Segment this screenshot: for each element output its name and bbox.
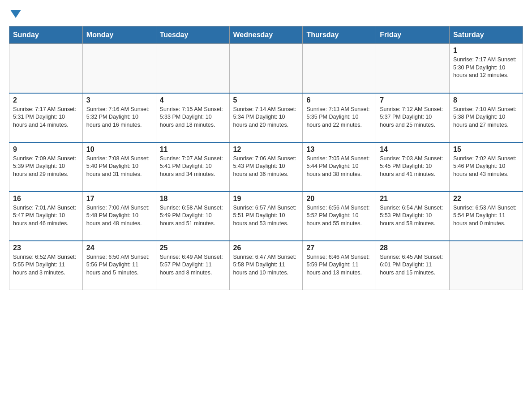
day-info: Sunrise: 6:47 AM Sunset: 5:58 PM Dayligh… [233, 253, 299, 277]
calendar-day-cell [229, 44, 303, 93]
weekday-header-sunday: Sunday [9, 26, 83, 44]
day-number: 18 [160, 195, 226, 203]
day-info: Sunrise: 6:49 AM Sunset: 5:57 PM Dayligh… [160, 253, 226, 277]
day-number: 14 [380, 146, 446, 154]
calendar-day-cell [303, 44, 376, 93]
calendar-day-cell: 12Sunrise: 7:06 AM Sunset: 5:43 PM Dayli… [229, 142, 303, 192]
calendar-day-cell: 8Sunrise: 7:10 AM Sunset: 5:38 PM Daylig… [450, 93, 523, 142]
day-number: 7 [380, 96, 446, 104]
calendar-week-row: 1Sunrise: 7:17 AM Sunset: 5:30 PM Daylig… [9, 44, 523, 93]
day-number: 6 [306, 96, 372, 104]
calendar-day-cell: 13Sunrise: 7:05 AM Sunset: 5:44 PM Dayli… [303, 142, 376, 192]
day-number: 17 [86, 195, 152, 203]
day-number: 11 [160, 146, 226, 154]
day-info: Sunrise: 7:12 AM Sunset: 5:37 PM Dayligh… [380, 106, 446, 129]
day-info: Sunrise: 6:52 AM Sunset: 5:55 PM Dayligh… [13, 253, 79, 277]
day-info: Sunrise: 6:46 AM Sunset: 5:59 PM Dayligh… [306, 253, 372, 277]
calendar-day-cell: 25Sunrise: 6:49 AM Sunset: 5:57 PM Dayli… [156, 241, 229, 290]
day-number: 3 [86, 96, 152, 104]
calendar-week-row: 2Sunrise: 7:17 AM Sunset: 5:31 PM Daylig… [9, 93, 523, 142]
day-number: 21 [380, 195, 446, 203]
day-number: 19 [233, 195, 299, 203]
day-info: Sunrise: 7:10 AM Sunset: 5:38 PM Dayligh… [453, 106, 519, 129]
day-info: Sunrise: 7:05 AM Sunset: 5:44 PM Dayligh… [306, 155, 372, 179]
calendar-day-cell: 15Sunrise: 7:02 AM Sunset: 5:46 PM Dayli… [450, 142, 523, 192]
day-number: 1 [453, 47, 519, 55]
day-info: Sunrise: 7:13 AM Sunset: 5:35 PM Dayligh… [306, 106, 372, 129]
calendar-day-cell: 6Sunrise: 7:13 AM Sunset: 5:35 PM Daylig… [303, 93, 376, 142]
calendar-day-cell: 20Sunrise: 6:56 AM Sunset: 5:52 PM Dayli… [303, 192, 376, 241]
day-number: 13 [306, 146, 372, 154]
calendar-day-cell: 26Sunrise: 6:47 AM Sunset: 5:58 PM Dayli… [229, 241, 303, 290]
day-number: 27 [306, 244, 372, 252]
day-number: 28 [380, 244, 446, 252]
calendar-day-cell: 19Sunrise: 6:57 AM Sunset: 5:51 PM Dayli… [229, 192, 303, 241]
calendar-day-cell: 28Sunrise: 6:45 AM Sunset: 6:01 PM Dayli… [376, 241, 450, 290]
day-number: 12 [233, 146, 299, 154]
calendar-day-cell: 23Sunrise: 6:52 AM Sunset: 5:55 PM Dayli… [9, 241, 83, 290]
calendar-day-cell [450, 241, 523, 290]
day-number: 10 [86, 146, 152, 154]
calendar-day-cell: 22Sunrise: 6:53 AM Sunset: 5:54 PM Dayli… [450, 192, 523, 241]
calendar-day-cell [82, 44, 156, 93]
day-info: Sunrise: 6:54 AM Sunset: 5:53 PM Dayligh… [380, 204, 446, 228]
weekday-header-row: SundayMondayTuesdayWednesdayThursdayFrid… [9, 26, 523, 44]
day-number: 5 [233, 96, 299, 104]
day-number: 9 [13, 146, 79, 154]
day-number: 26 [233, 244, 299, 252]
weekday-header-thursday: Thursday [303, 26, 376, 44]
day-number: 8 [453, 96, 519, 104]
day-info: Sunrise: 7:03 AM Sunset: 5:45 PM Dayligh… [380, 155, 446, 179]
logo [9, 9, 21, 17]
day-number: 2 [13, 96, 79, 104]
calendar-day-cell: 27Sunrise: 6:46 AM Sunset: 5:59 PM Dayli… [303, 241, 376, 290]
day-number: 24 [86, 244, 152, 252]
day-info: Sunrise: 7:17 AM Sunset: 5:30 PM Dayligh… [453, 56, 519, 80]
day-number: 4 [160, 96, 226, 104]
calendar-day-cell: 4Sunrise: 7:15 AM Sunset: 5:33 PM Daylig… [156, 93, 229, 142]
calendar-day-cell: 2Sunrise: 7:17 AM Sunset: 5:31 PM Daylig… [9, 93, 83, 142]
page-header [9, 9, 523, 17]
day-info: Sunrise: 7:07 AM Sunset: 5:41 PM Dayligh… [160, 155, 226, 179]
day-info: Sunrise: 7:00 AM Sunset: 5:48 PM Dayligh… [86, 204, 152, 228]
day-info: Sunrise: 6:53 AM Sunset: 5:54 PM Dayligh… [453, 204, 519, 228]
calendar-day-cell: 7Sunrise: 7:12 AM Sunset: 5:37 PM Daylig… [376, 93, 450, 142]
day-info: Sunrise: 6:57 AM Sunset: 5:51 PM Dayligh… [233, 204, 299, 228]
day-number: 15 [453, 146, 519, 154]
day-number: 16 [13, 195, 79, 203]
calendar-day-cell: 3Sunrise: 7:16 AM Sunset: 5:32 PM Daylig… [82, 93, 156, 142]
day-info: Sunrise: 7:01 AM Sunset: 5:47 PM Dayligh… [13, 204, 79, 228]
calendar-day-cell: 10Sunrise: 7:08 AM Sunset: 5:40 PM Dayli… [82, 142, 156, 192]
calendar-day-cell: 18Sunrise: 6:58 AM Sunset: 5:49 PM Dayli… [156, 192, 229, 241]
calendar-day-cell: 1Sunrise: 7:17 AM Sunset: 5:30 PM Daylig… [450, 44, 523, 93]
day-info: Sunrise: 7:09 AM Sunset: 5:39 PM Dayligh… [13, 155, 79, 179]
weekday-header-monday: Monday [82, 26, 156, 44]
calendar-day-cell: 14Sunrise: 7:03 AM Sunset: 5:45 PM Dayli… [376, 142, 450, 192]
day-info: Sunrise: 6:56 AM Sunset: 5:52 PM Dayligh… [306, 204, 372, 228]
day-info: Sunrise: 7:16 AM Sunset: 5:32 PM Dayligh… [86, 106, 152, 129]
calendar-day-cell: 9Sunrise: 7:09 AM Sunset: 5:39 PM Daylig… [9, 142, 83, 192]
calendar-day-cell [156, 44, 229, 93]
day-info: Sunrise: 7:06 AM Sunset: 5:43 PM Dayligh… [233, 155, 299, 179]
calendar-day-cell [376, 44, 450, 93]
calendar-week-row: 23Sunrise: 6:52 AM Sunset: 5:55 PM Dayli… [9, 241, 523, 290]
day-number: 23 [13, 244, 79, 252]
calendar-day-cell: 5Sunrise: 7:14 AM Sunset: 5:34 PM Daylig… [229, 93, 303, 142]
day-info: Sunrise: 7:14 AM Sunset: 5:34 PM Dayligh… [233, 106, 299, 129]
calendar-day-cell [9, 44, 83, 93]
logo-arrow-icon [10, 10, 21, 18]
day-number: 25 [160, 244, 226, 252]
calendar-day-cell: 11Sunrise: 7:07 AM Sunset: 5:41 PM Dayli… [156, 142, 229, 192]
calendar-week-row: 9Sunrise: 7:09 AM Sunset: 5:39 PM Daylig… [9, 142, 523, 192]
day-info: Sunrise: 7:17 AM Sunset: 5:31 PM Dayligh… [13, 106, 79, 129]
day-info: Sunrise: 6:50 AM Sunset: 5:56 PM Dayligh… [86, 253, 152, 277]
day-number: 22 [453, 195, 519, 203]
weekday-header-wednesday: Wednesday [229, 26, 303, 44]
day-info: Sunrise: 6:45 AM Sunset: 6:01 PM Dayligh… [380, 253, 446, 277]
day-info: Sunrise: 6:58 AM Sunset: 5:49 PM Dayligh… [160, 204, 226, 228]
day-info: Sunrise: 7:02 AM Sunset: 5:46 PM Dayligh… [453, 155, 519, 179]
day-info: Sunrise: 7:15 AM Sunset: 5:33 PM Dayligh… [160, 106, 226, 129]
calendar-table: SundayMondayTuesdayWednesdayThursdayFrid… [9, 26, 523, 290]
weekday-header-saturday: Saturday [450, 26, 523, 44]
day-info: Sunrise: 7:08 AM Sunset: 5:40 PM Dayligh… [86, 155, 152, 179]
